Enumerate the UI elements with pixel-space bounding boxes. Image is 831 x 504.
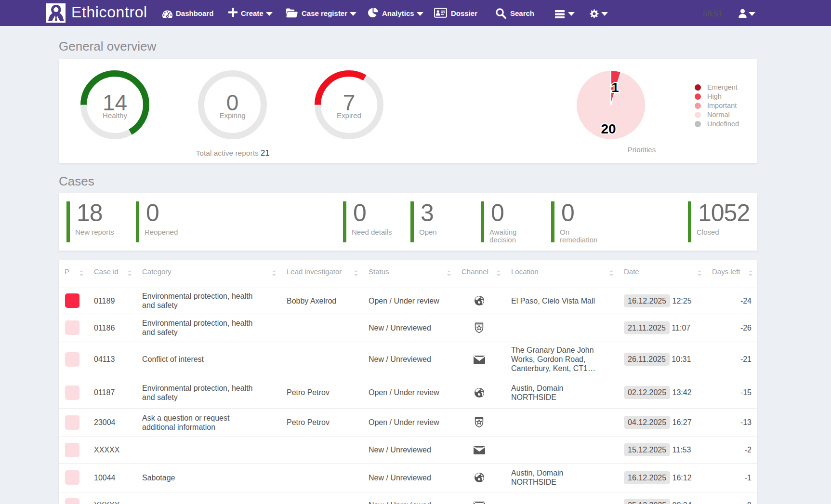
svg-text:20: 20 <box>601 121 616 136</box>
svg-text:1: 1 <box>611 80 619 95</box>
